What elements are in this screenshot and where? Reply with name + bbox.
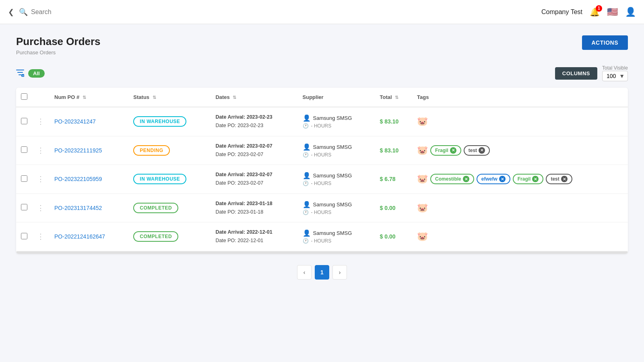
tag-bird-icon-1[interactable]: 🐷 <box>417 145 428 156</box>
horizontal-scrollbar[interactable] <box>16 251 628 254</box>
header-po-num[interactable]: Num PO # ⇅ <box>50 88 128 107</box>
status-badge-0: IN WAREHOUSE <box>133 116 186 127</box>
table-row: ⋮ PO-2022124162647 COMPLETED Date Arriva… <box>16 222 628 251</box>
row-menu-dots-0[interactable]: ⋮ <box>37 117 45 125</box>
user-avatar[interactable]: 👤 <box>625 7 636 17</box>
purchase-orders-table: Num PO # ⇅ Status ⇅ Dates ⇅ Supplier Tot… <box>16 88 628 251</box>
tag-close-fragil-1[interactable]: ✕ <box>450 147 456 154</box>
row-menu-dots-1[interactable]: ⋮ <box>37 146 45 154</box>
row-po-num-2: PO-202322105959 <box>50 165 128 194</box>
select-all-checkbox[interactable] <box>21 93 27 100</box>
language-flag[interactable]: 🇺🇸 <box>607 7 618 17</box>
tag-close-fragil-2[interactable]: ✕ <box>532 176 539 182</box>
clock-icon-4: 🕐 <box>303 238 309 244</box>
page-title: Purchase Orders <box>16 35 101 48</box>
supplier-name-4: 👤 Samsung SMSG <box>303 229 370 237</box>
row-menu-dots-3[interactable]: ⋮ <box>37 204 45 212</box>
supplier-name-3: 👤 Samsung SMSG <box>303 201 370 208</box>
date-po-2: Date PO: 2023-02-07 <box>215 179 293 187</box>
table-row: ⋮ PO-202322111925 PENDING Date Arrival: … <box>16 136 628 165</box>
po-link-4[interactable]: PO-2022124162647 <box>54 233 105 240</box>
clock-icon-3: 🕐 <box>303 210 309 215</box>
tag-close-comestible-2[interactable]: ✕ <box>463 176 469 182</box>
supplier-hours-text-4: - HOURS <box>311 238 332 244</box>
tag-badge-fragil-1[interactable]: Fragil ✕ <box>430 145 461 156</box>
tag-badge-fragil-2[interactable]: Fragil ✕ <box>513 174 544 184</box>
row-tags-2: 🐷 Comestible ✕ efwefw ✕ Fragil ✕ test ✕ <box>412 165 628 194</box>
supplier-hours-text-3: - HOURS <box>311 210 332 215</box>
row-checkbox-4[interactable] <box>21 233 27 239</box>
row-checkbox-3[interactable] <box>21 204 27 210</box>
header-dates[interactable]: Dates ⇅ <box>211 88 297 107</box>
date-arrival-1: Date Arrival: 2023-02-07 <box>215 142 293 150</box>
header-status[interactable]: Status ⇅ <box>128 88 211 107</box>
tag-badge-comestible-2[interactable]: Comestible ✕ <box>430 174 474 184</box>
row-supplier-4: 👤 Samsung SMSG 🕐 - HOURS <box>298 222 375 251</box>
row-menu-dots-2[interactable]: ⋮ <box>37 175 45 183</box>
po-link-1[interactable]: PO-202322111925 <box>54 147 102 154</box>
tag-badge-test-2[interactable]: test ✕ <box>546 174 572 184</box>
tag-close-efwefw-2[interactable]: ✕ <box>499 176 506 182</box>
filter-left: + All <box>16 69 45 78</box>
supplier-hours-1: 🕐 - HOURS <box>303 152 370 158</box>
date-po-1: Date PO: 2023-02-07 <box>215 150 293 159</box>
sort-icon-dates: ⇅ <box>233 95 236 100</box>
row-po-num-1: PO-202322111925 <box>50 136 128 165</box>
pagination-next[interactable]: › <box>332 265 347 280</box>
date-arrival-3: Date Arrival: 2023-01-18 <box>215 200 293 208</box>
po-link-2[interactable]: PO-202322105959 <box>54 176 102 182</box>
row-dates-2: Date Arrival: 2023-02-07 Date PO: 2023-0… <box>211 165 297 194</box>
row-checkbox-1[interactable] <box>21 146 27 153</box>
supplier-name-text-0: Samsung SMSG <box>313 115 352 121</box>
columns-button[interactable]: COLUMNS <box>555 67 597 80</box>
date-arrival-0: Date Arrival: 2023-02-23 <box>215 113 293 121</box>
tag-close-test-1[interactable]: ✕ <box>479 147 485 154</box>
tag-bird-icon-3[interactable]: 🐷 <box>417 203 428 213</box>
po-link-0[interactable]: PO-2023241247 <box>54 118 96 125</box>
back-button[interactable]: ❮ <box>8 8 14 16</box>
row-po-num-4: PO-2022124162647 <box>50 222 128 251</box>
row-checkbox-0[interactable] <box>21 118 27 124</box>
topnav: ❮ 🔍 Company Test 🔔 1 🇺🇸 👤 <box>0 0 644 24</box>
tags-cell-2: 🐷 Comestible ✕ efwefw ✕ Fragil ✕ test ✕ <box>417 174 623 184</box>
po-link-3[interactable]: PO-202313174452 <box>54 205 102 211</box>
tags-cell-4: 🐷 <box>417 231 623 242</box>
sort-icon-total: ⇅ <box>395 95 398 100</box>
page-title-area: Purchase Orders Purchase Orders <box>16 35 101 56</box>
search-input[interactable] <box>31 8 148 16</box>
tag-bird-icon-4[interactable]: 🐷 <box>417 231 428 242</box>
row-checkbox-cell <box>16 136 32 165</box>
row-dates-1: Date Arrival: 2023-02-07 Date PO: 2023-0… <box>211 136 297 165</box>
row-menu-dots-4[interactable]: ⋮ <box>37 232 45 241</box>
total-visible-wrapper: Total Visible 100 50 25 ▼ <box>602 65 628 81</box>
table-row: ⋮ PO-202313174452 COMPLETED Date Arrival… <box>16 193 628 222</box>
pagination-prev[interactable]: ‹ <box>297 265 312 280</box>
tag-close-test-2[interactable]: ✕ <box>561 176 568 182</box>
row-status-2: IN WAREHOUSE <box>128 165 211 194</box>
row-tags-4: 🐷 <box>412 222 628 251</box>
pagination-page-1[interactable]: 1 <box>315 265 329 280</box>
supplier-name-2: 👤 Samsung SMSG <box>303 172 370 179</box>
filter-all-badge[interactable]: All <box>28 69 45 78</box>
row-status-1: PENDING <box>128 136 211 165</box>
tag-bird-icon-2[interactable]: 🐷 <box>417 174 428 184</box>
main-content: Purchase Orders Purchase Orders ACTIONS … <box>0 24 644 296</box>
tag-badge-efwefw-2[interactable]: efwefw ✕ <box>477 174 510 184</box>
tag-badge-test-1[interactable]: test ✕ <box>464 145 490 156</box>
row-po-num-0: PO-2023241247 <box>50 107 128 136</box>
status-badge-3: COMPLETED <box>133 203 178 213</box>
tag-bird-icon-0[interactable]: 🐷 <box>417 116 428 127</box>
row-tags-0: 🐷 <box>412 107 628 136</box>
filter-icon[interactable]: + <box>16 70 24 77</box>
page-header: Purchase Orders Purchase Orders ACTIONS <box>16 35 628 56</box>
filter-bar: + All COLUMNS Total Visible 100 50 25 ▼ <box>16 65 628 81</box>
supplier-icon-2: 👤 <box>303 172 311 179</box>
supplier-hours-text-2: - HOURS <box>311 181 332 186</box>
header-total[interactable]: Total ⇅ <box>375 88 412 107</box>
actions-button[interactable]: ACTIONS <box>582 35 628 50</box>
supplier-name-0: 👤 Samsung SMSG <box>303 114 370 122</box>
row-checkbox-2[interactable] <box>21 175 27 182</box>
total-visible-select[interactable]: 100 50 25 <box>602 71 628 81</box>
row-menu-cell-1: ⋮ <box>32 136 50 165</box>
notifications-bell[interactable]: 🔔 1 <box>590 7 600 17</box>
